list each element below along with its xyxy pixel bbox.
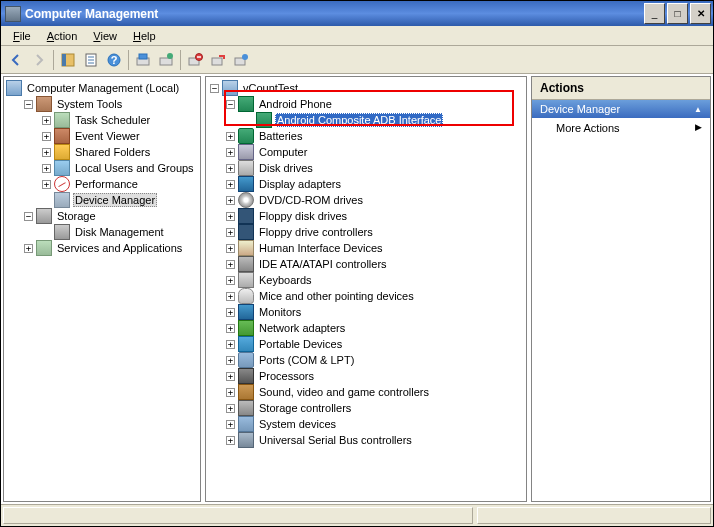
expand-icon[interactable]: + bbox=[226, 324, 235, 333]
tree-storage[interactable]: − Storage bbox=[22, 208, 200, 224]
update-driver-button[interactable] bbox=[155, 49, 177, 71]
show-hide-tree-button[interactable] bbox=[57, 49, 79, 71]
device-mice[interactable]: +Mice and other pointing devices bbox=[224, 288, 526, 304]
tree-label: System Tools bbox=[55, 98, 124, 110]
disable-button[interactable] bbox=[207, 49, 229, 71]
expand-icon[interactable]: + bbox=[42, 116, 51, 125]
expand-icon[interactable]: + bbox=[24, 244, 33, 253]
expand-icon[interactable]: + bbox=[226, 372, 235, 381]
expand-icon[interactable]: + bbox=[226, 260, 235, 269]
portable-icon bbox=[238, 336, 254, 352]
tree-root-local[interactable]: Computer Management (Local) bbox=[4, 80, 200, 96]
tree-disk-management[interactable]: Disk Management bbox=[40, 224, 200, 240]
result-pane[interactable]: − vCountTest − Android Phone bbox=[205, 76, 527, 502]
scan-button[interactable] bbox=[132, 49, 154, 71]
tree-label: Device Manager bbox=[73, 193, 157, 207]
device-dvd[interactable]: +DVD/CD-ROM drives bbox=[224, 192, 526, 208]
expand-icon[interactable]: + bbox=[226, 228, 235, 237]
device-label: Computer bbox=[257, 146, 309, 158]
expand-icon[interactable]: + bbox=[226, 436, 235, 445]
expand-icon[interactable]: + bbox=[226, 308, 235, 317]
tree-task-scheduler[interactable]: +Task Scheduler bbox=[40, 112, 200, 128]
uninstall-button[interactable] bbox=[184, 49, 206, 71]
device-android-phone[interactable]: − Android Phone bbox=[224, 96, 526, 112]
close-button[interactable]: ✕ bbox=[690, 3, 711, 24]
tree-event-viewer[interactable]: +Event Viewer bbox=[40, 128, 200, 144]
menu-file[interactable]: File bbox=[5, 28, 39, 44]
expand-icon[interactable]: + bbox=[226, 404, 235, 413]
menu-action[interactable]: Action bbox=[39, 28, 86, 44]
tree-services-apps[interactable]: +Services and Applications bbox=[22, 240, 200, 256]
expand-icon[interactable]: + bbox=[226, 212, 235, 221]
device-storage-controllers[interactable]: +Storage controllers bbox=[224, 400, 526, 416]
device-display-adapters[interactable]: +Display adapters bbox=[224, 176, 526, 192]
back-button[interactable] bbox=[5, 49, 27, 71]
device-hid[interactable]: +Human Interface Devices bbox=[224, 240, 526, 256]
expand-icon[interactable]: + bbox=[226, 276, 235, 285]
expand-icon[interactable]: + bbox=[226, 180, 235, 189]
expand-icon[interactable]: + bbox=[226, 164, 235, 173]
device-keyboards[interactable]: +Keyboards bbox=[224, 272, 526, 288]
floppy-icon bbox=[238, 224, 254, 240]
maximize-button[interactable]: □ bbox=[667, 3, 688, 24]
help-button[interactable]: ? bbox=[103, 49, 125, 71]
svg-point-11 bbox=[167, 53, 173, 59]
collapse-icon[interactable]: − bbox=[210, 84, 219, 93]
expand-icon[interactable]: + bbox=[226, 244, 235, 253]
device-label: Universal Serial Bus controllers bbox=[257, 434, 414, 446]
device-sound[interactable]: +Sound, video and game controllers bbox=[224, 384, 526, 400]
tree-local-users[interactable]: +Local Users and Groups bbox=[40, 160, 200, 176]
device-disk-drives[interactable]: +Disk drives bbox=[224, 160, 526, 176]
device-label: Keyboards bbox=[257, 274, 314, 286]
device-root[interactable]: − vCountTest bbox=[206, 80, 526, 96]
device-ports[interactable]: +Ports (COM & LPT) bbox=[224, 352, 526, 368]
device-floppy-disk[interactable]: +Floppy disk drives bbox=[224, 208, 526, 224]
expand-icon[interactable]: + bbox=[42, 164, 51, 173]
expand-icon[interactable]: + bbox=[226, 132, 235, 141]
device-network[interactable]: +Network adapters bbox=[224, 320, 526, 336]
expand-icon[interactable]: + bbox=[226, 388, 235, 397]
scope-pane[interactable]: Computer Management (Local) − System Too… bbox=[3, 76, 201, 502]
expand-icon[interactable]: + bbox=[226, 196, 235, 205]
device-monitors[interactable]: +Monitors bbox=[224, 304, 526, 320]
actions-section-header[interactable]: Device Manager ▲ bbox=[532, 100, 710, 118]
expand-icon[interactable]: + bbox=[42, 180, 51, 189]
minimize-button[interactable]: _ bbox=[644, 3, 665, 24]
device-batteries[interactable]: +Batteries bbox=[224, 128, 526, 144]
display-icon bbox=[238, 176, 254, 192]
device-processors[interactable]: +Processors bbox=[224, 368, 526, 384]
expand-icon[interactable]: + bbox=[226, 340, 235, 349]
expand-icon[interactable]: + bbox=[42, 148, 51, 157]
device-ide[interactable]: +IDE ATA/ATAPI controllers bbox=[224, 256, 526, 272]
tree-system-tools[interactable]: − System Tools bbox=[22, 96, 200, 112]
enable-button[interactable] bbox=[230, 49, 252, 71]
expand-icon[interactable]: + bbox=[226, 148, 235, 157]
device-label: Batteries bbox=[257, 130, 304, 142]
device-label: Display adapters bbox=[257, 178, 343, 190]
expand-icon[interactable]: + bbox=[226, 292, 235, 301]
collapse-icon[interactable]: − bbox=[24, 100, 33, 109]
tree-shared-folders[interactable]: +Shared Folders bbox=[40, 144, 200, 160]
forward-button[interactable] bbox=[28, 49, 50, 71]
expand-icon[interactable]: + bbox=[226, 356, 235, 365]
action-more-actions[interactable]: More Actions ▶ bbox=[532, 118, 710, 138]
device-usb[interactable]: +Universal Serial Bus controllers bbox=[224, 432, 526, 448]
device-android-adb[interactable]: Android Composite ADB Interface bbox=[242, 112, 526, 128]
expand-icon[interactable]: + bbox=[226, 420, 235, 429]
tree-device-manager[interactable]: Device Manager bbox=[40, 192, 200, 208]
device-portable[interactable]: +Portable Devices bbox=[224, 336, 526, 352]
collapse-icon[interactable]: − bbox=[24, 212, 33, 221]
menu-view[interactable]: View bbox=[85, 28, 125, 44]
device-floppy-controllers[interactable]: +Floppy drive controllers bbox=[224, 224, 526, 240]
device-computer[interactable]: +Computer bbox=[224, 144, 526, 160]
status-segment bbox=[477, 507, 711, 524]
svg-rect-15 bbox=[212, 58, 222, 65]
properties-button[interactable] bbox=[80, 49, 102, 71]
hid-icon bbox=[238, 240, 254, 256]
menu-help[interactable]: Help bbox=[125, 28, 164, 44]
collapse-icon[interactable]: − bbox=[226, 100, 235, 109]
tree-performance[interactable]: +Performance bbox=[40, 176, 200, 192]
expand-icon[interactable]: + bbox=[42, 132, 51, 141]
sound-icon bbox=[238, 384, 254, 400]
device-system-devices[interactable]: +System devices bbox=[224, 416, 526, 432]
